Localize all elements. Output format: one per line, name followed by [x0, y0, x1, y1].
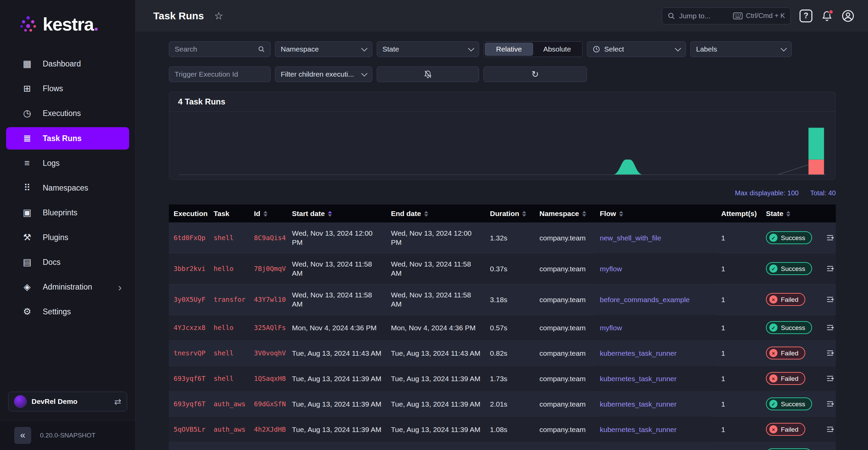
relative-toggle[interactable]: Relative [485, 43, 533, 56]
column-header-id[interactable]: Id [249, 204, 287, 222]
table-row[interactable]: 5qOVB5Lr auth_aws 4h2XJdHB Tue, Aug 13, … [169, 417, 836, 442]
sort-icon[interactable] [786, 211, 790, 217]
help-button[interactable]: ? [800, 9, 812, 22]
table-row[interactable]: 6td0FxQp shell 8C9aQis4 Wed, Nov 13, 202… [169, 222, 836, 253]
table-row[interactable]: 3bbr2kvi hello 7Bj0QmqV Wed, Nov 13, 202… [169, 253, 836, 284]
execution-id-link[interactable]: tnesrvQP [169, 340, 209, 366]
execution-id-link[interactable]: 693yqf6T [169, 366, 209, 391]
table-row[interactable]: 2vOal1Y7 shell 60beiWuU Mon, Aug 12, 202… [169, 442, 836, 450]
view-dashboard-icon: ▦ [21, 59, 33, 69]
flow-link[interactable]: kubernetes_task_runner [595, 442, 716, 450]
view-logs-icon [826, 374, 834, 383]
execution-id-link[interactable]: 3bbr2kvi [169, 253, 209, 284]
task-id-cell: shell [209, 340, 249, 366]
sort-icon[interactable] [582, 211, 586, 217]
execution-id-link[interactable]: 3y0X5UyF [169, 284, 209, 315]
table-row[interactable]: 693yqf6T auth_aws 69dGxSfN Tue, Aug 13, … [169, 391, 836, 417]
namespace-dropdown[interactable]: Namespace [275, 41, 372, 57]
sidebar-nav: ▦ Dashboard › ⊞ Flows › ◷ Executions › ≣… [0, 52, 135, 324]
star-icon[interactable]: ☆ [214, 11, 223, 21]
sidebar-item-executions[interactable]: ◷ Executions › [0, 101, 135, 126]
sidebar-item-flows[interactable]: ⊞ Flows › [0, 76, 135, 101]
kestra-logo[interactable]: kestra. [0, 0, 135, 43]
end-date-cell: Wed, Nov 13, 2024 11:58 AM [386, 253, 485, 284]
sidebar-item-plugins[interactable]: ⚒ Plugins › [0, 225, 135, 250]
view-logs-button[interactable] [826, 295, 834, 304]
duration-cell: 7.17s [485, 442, 535, 450]
column-header-state[interactable]: State [761, 204, 821, 222]
execution-id-link[interactable]: 4YJcxzx8 [169, 315, 209, 340]
notifications-button[interactable] [821, 10, 833, 22]
column-header-task: Task [209, 204, 249, 222]
sidebar-item-docs[interactable]: ▤ Docs › [0, 250, 135, 275]
flow-link[interactable]: kubernetes_task_runner [595, 366, 716, 391]
filter-children-dropdown[interactable]: Filter children executi... [275, 66, 372, 82]
execution-id-link[interactable]: 693yqf6T [169, 391, 209, 417]
actions-cell [821, 417, 836, 442]
sort-icon[interactable] [424, 211, 428, 217]
view-logs-button[interactable] [826, 233, 834, 242]
table-body: 6td0FxQp shell 8C9aQis4 Wed, Nov 13, 202… [169, 222, 836, 450]
collapse-sidebar-button[interactable]: « [14, 427, 31, 444]
flow-link[interactable]: before_commands_example [595, 284, 716, 315]
total-label: Total: 40 [810, 189, 836, 197]
sort-icon[interactable] [522, 211, 526, 217]
view-logs-icon [826, 425, 834, 434]
sidebar-item-settings[interactable]: ⚙ Settings › [0, 299, 135, 324]
taskrun-id-cell: 43Y7wl10 [249, 284, 287, 315]
state-badge: × Failed [766, 293, 805, 306]
column-header-end-date[interactable]: End date [386, 204, 485, 222]
table-row[interactable]: 3y0X5UyF transfor 43Y7wl10 Wed, Nov 13, … [169, 284, 836, 315]
refresh-icon: ↻ [532, 70, 539, 79]
state-dropdown[interactable]: State [377, 41, 479, 57]
execution-id-link[interactable]: 2vOal1Y7 [169, 442, 209, 450]
sidebar-item-task-runs[interactable]: ≣ Task Runs › [6, 127, 129, 150]
flow-link[interactable]: kubernetes_task_runner [595, 391, 716, 417]
view-logs-button[interactable] [826, 323, 834, 332]
sidebar-item-label: Dashboard [43, 59, 81, 69]
kestra-logo-icon [19, 15, 37, 33]
view-logs-button[interactable] [826, 425, 834, 434]
sidebar-item-logs[interactable]: ≡ Logs › [0, 151, 135, 176]
column-header-flow[interactable]: Flow [595, 204, 716, 222]
search-input[interactable] [175, 45, 258, 53]
column-header-start-date[interactable]: Start date [287, 204, 386, 222]
view-logs-button[interactable] [826, 264, 834, 273]
execution-id-link[interactable]: 5qOVB5Lr [169, 417, 209, 442]
flow-link[interactable]: kubernetes_task_runner [595, 340, 716, 366]
time-range-dropdown[interactable]: Select [587, 41, 686, 57]
column-header-duration[interactable]: Duration [485, 204, 535, 222]
tenant-switcher[interactable]: DevRel Demo ⇄ [8, 392, 127, 411]
search-field[interactable] [169, 41, 271, 57]
sort-icon[interactable] [328, 211, 332, 217]
jump-to-search[interactable]: Ctrl/Cmd + K [662, 7, 791, 24]
switch-tenant-icon[interactable]: ⇄ [114, 397, 121, 407]
refresh-button[interactable]: ↻ [484, 66, 587, 82]
trigger-execution-id-input[interactable] [175, 70, 265, 78]
view-logs-button[interactable] [826, 349, 834, 357]
flow-link[interactable]: kubernetes_task_runner [595, 417, 716, 442]
shortcut-hint: Ctrl/Cmd + K [733, 12, 785, 20]
mute-notifications-button[interactable] [377, 66, 479, 82]
flow-link[interactable]: myflow [595, 253, 716, 284]
trigger-execution-id-field[interactable] [169, 66, 271, 82]
labels-dropdown[interactable]: Labels [690, 41, 792, 57]
sidebar-item-namespaces[interactable]: ⠿ Namespaces › [0, 176, 135, 200]
flow-link[interactable]: new_shell_with_file [595, 222, 716, 253]
absolute-toggle[interactable]: Absolute [533, 43, 581, 56]
view-logs-button[interactable] [826, 399, 834, 408]
sidebar-item-dashboard[interactable]: ▦ Dashboard › [0, 52, 135, 76]
table-row[interactable]: 693yqf6T shell 1QSaqxH8 Tue, Aug 13, 202… [169, 366, 836, 391]
account-button[interactable] [842, 9, 854, 22]
table-row[interactable]: 4YJcxzx8 hello 325AQlFs Mon, Nov 4, 2024… [169, 315, 836, 340]
view-logs-button[interactable] [826, 374, 834, 383]
sidebar-item-blueprints[interactable]: ▣ Blueprints › [0, 200, 135, 225]
execution-id-link[interactable]: 6td0FxQp [169, 222, 209, 253]
jump-to-input[interactable] [679, 12, 729, 20]
sidebar-item-administration[interactable]: ◈ Administration › [0, 275, 135, 299]
sort-icon[interactable] [263, 211, 268, 217]
table-row[interactable]: tnesrvQP shell 3V0voqhV Tue, Aug 13, 202… [169, 340, 836, 366]
column-header-namespace[interactable]: Namespace [535, 204, 595, 222]
sort-icon[interactable] [619, 211, 623, 217]
flow-link[interactable]: myflow [595, 315, 716, 340]
